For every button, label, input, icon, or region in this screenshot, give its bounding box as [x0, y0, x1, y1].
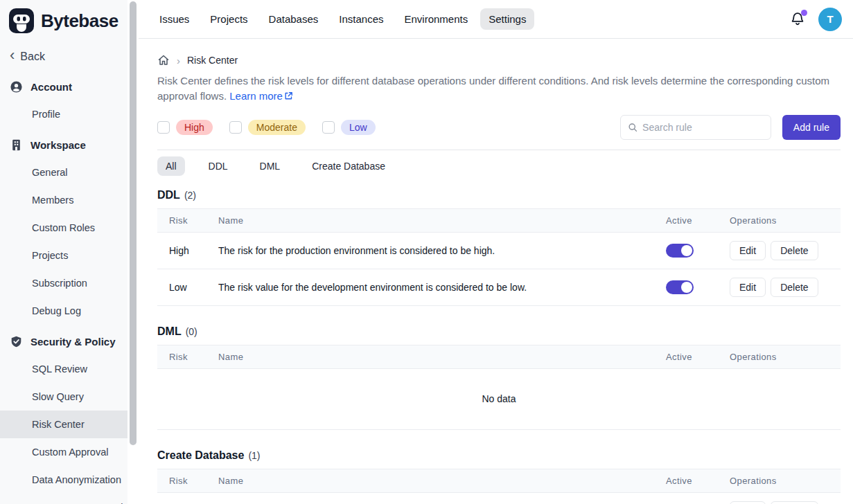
sidebar-item-members[interactable]: Members	[0, 186, 127, 214]
sidebar-item-label: Profile	[32, 109, 60, 120]
column-operations: Operations	[730, 208, 841, 232]
sidebar-item-sql-review[interactable]: SQL Review	[0, 355, 127, 383]
active-toggle[interactable]	[666, 280, 694, 294]
main-nav: Issues Projects Databases Instances Envi…	[151, 8, 534, 30]
sidebar-item-subscription[interactable]: Subscription	[0, 269, 127, 297]
notification-dot	[801, 10, 807, 16]
risk-cell: High	[157, 232, 218, 269]
name-cell: The risk for the production environment …	[218, 232, 666, 269]
sidebar-section-label: Account	[30, 81, 72, 93]
sidebar-item-profile[interactable]: Profile	[0, 100, 127, 128]
sidebar-section-label: Workspace	[30, 139, 86, 151]
settings-sidebar: Bytebase ‹ Back Account Profile	[0, 0, 139, 504]
sidebar-item-debug-log[interactable]: Debug Log	[0, 297, 127, 325]
sidebar-item-risk-center[interactable]: Risk Center	[0, 411, 127, 438]
sidebar-item-projects[interactable]: Projects	[0, 242, 127, 269]
low-risk-badge[interactable]: Low	[341, 120, 376, 135]
column-operations: Operations	[730, 345, 841, 368]
nav-environments[interactable]: Environments	[396, 8, 476, 30]
nav-projects[interactable]: Projects	[202, 8, 256, 30]
section-create-database: Create Database (1) Risk Name Active Ope…	[157, 449, 841, 504]
name-cell: Creating a database in the production en…	[218, 492, 666, 504]
section-title: DML	[157, 325, 182, 338]
filter-group-high: High	[157, 120, 213, 135]
chevron-right-icon: ›	[177, 55, 180, 66]
sidebar-item-label: Data Anonymization	[32, 474, 121, 485]
sidebar-item-label: Risk Center	[32, 419, 85, 430]
toolbar-divider	[157, 150, 841, 150]
section-count: (1)	[248, 450, 260, 461]
edit-button[interactable]: Edit	[730, 241, 766, 260]
delete-button[interactable]: Delete	[771, 501, 818, 504]
tab-create-database[interactable]: Create Database	[304, 156, 394, 176]
chevron-left-icon: ‹	[10, 48, 15, 63]
sidebar-section-account: Account	[0, 73, 127, 100]
breadcrumb-current: Risk Center	[187, 55, 238, 66]
building-icon	[10, 139, 22, 151]
external-link-icon	[284, 91, 293, 100]
column-name: Name	[218, 469, 666, 492]
add-rule-button[interactable]: Add rule	[782, 115, 841, 140]
sidebar-item-general[interactable]: General	[0, 159, 127, 186]
column-risk: Risk	[157, 469, 218, 492]
risk-center-page: › Risk Center Risk Center defines the ri…	[139, 39, 853, 504]
moderate-checkbox[interactable]	[229, 121, 242, 134]
section-count: (2)	[184, 190, 196, 201]
column-active: Active	[666, 208, 730, 232]
page-description: Risk Center defines the risk levels for …	[157, 73, 841, 104]
table-row: Moderate Creating a database in the prod…	[157, 492, 841, 504]
sidebar-item-label: Subscription	[32, 278, 87, 289]
nav-issues[interactable]: Issues	[151, 8, 197, 30]
section-ddl: DDL (2) Risk Name Active Operations High	[157, 189, 841, 306]
high-checkbox[interactable]	[157, 121, 170, 134]
home-icon[interactable]	[157, 54, 170, 66]
moderate-risk-badge[interactable]: Moderate	[248, 120, 306, 135]
tab-all[interactable]: All	[157, 156, 185, 176]
edit-button[interactable]: Edit	[730, 278, 766, 297]
brand-logo[interactable]: Bytebase	[0, 0, 127, 39]
sidebar-item-data-anonymization[interactable]: Data Anonymization	[0, 466, 127, 494]
sidebar-item-label: Slow Query	[32, 391, 84, 402]
toggle-knob	[681, 282, 692, 293]
column-active: Active	[666, 469, 730, 492]
section-count: (0)	[186, 326, 197, 337]
sidebar-item-data-access-control[interactable]: Data Access Control	[0, 494, 127, 504]
sidebar-item-custom-roles[interactable]: Custom Roles	[0, 214, 127, 242]
low-checkbox[interactable]	[322, 121, 335, 134]
user-icon	[10, 81, 22, 93]
filter-group-low: Low	[322, 120, 376, 135]
learn-more-link[interactable]: Learn more	[229, 90, 293, 102]
sidebar-item-label: Debug Log	[32, 305, 81, 316]
search-icon	[628, 122, 637, 133]
section-title: Create Database	[157, 449, 244, 462]
user-avatar[interactable]: T	[818, 8, 842, 31]
nav-instances[interactable]: Instances	[331, 8, 392, 30]
table-row: High The risk for the production environ…	[157, 232, 841, 269]
sidebar-section-security-policy: Security & Policy	[0, 327, 127, 355]
active-toggle[interactable]	[666, 244, 694, 258]
high-risk-badge[interactable]: High	[176, 120, 213, 135]
table-row: Low The risk value for the development e…	[157, 269, 841, 305]
top-navigation-bar: Issues Projects Databases Instances Envi…	[139, 0, 853, 39]
back-button[interactable]: ‹ Back	[0, 39, 127, 70]
edit-button[interactable]: Edit	[730, 501, 766, 504]
sidebar-item-slow-query[interactable]: Slow Query	[0, 383, 127, 411]
search-rule-box	[620, 115, 771, 140]
tab-ddl[interactable]: DDL	[200, 156, 236, 176]
column-risk: Risk	[157, 345, 218, 368]
column-active: Active	[666, 345, 730, 368]
nav-databases[interactable]: Databases	[261, 8, 327, 30]
sidebar-item-custom-approval[interactable]: Custom Approval	[0, 438, 127, 466]
column-operations: Operations	[730, 469, 841, 492]
ddl-rules-table: Risk Name Active Operations High The ris…	[157, 208, 841, 306]
delete-button[interactable]: Delete	[771, 278, 818, 297]
delete-button[interactable]: Delete	[771, 241, 818, 260]
sidebar-item-label: General	[32, 167, 68, 178]
sidebar-item-label: Custom Roles	[32, 222, 95, 233]
category-tabs: All DDL DML Create Database	[157, 156, 841, 176]
tab-dml[interactable]: DML	[252, 156, 289, 176]
section-title: DDL	[157, 189, 180, 201]
nav-settings[interactable]: Settings	[480, 8, 534, 30]
search-rule-input[interactable]	[642, 122, 764, 133]
notification-bell-button[interactable]	[789, 11, 806, 28]
